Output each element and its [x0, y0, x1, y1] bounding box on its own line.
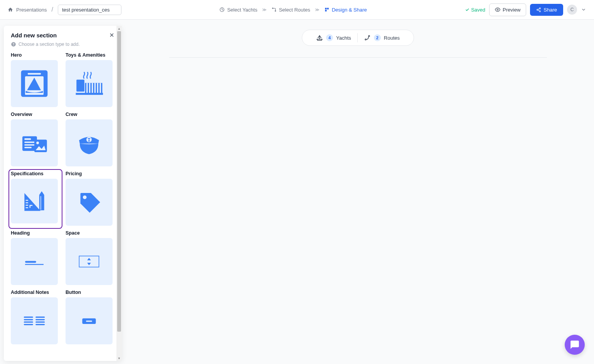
- overview-thumb: [11, 119, 58, 166]
- svg-rect-18: [89, 83, 90, 93]
- section-hero[interactable]: Hero: [11, 52, 60, 107]
- section-label: Specifications: [11, 171, 60, 176]
- captain-hat-icon: [72, 126, 106, 159]
- scroll-up-icon[interactable]: ▲: [116, 26, 122, 31]
- summary-pills: 4 Yachts 2 Routes: [302, 30, 414, 46]
- section-label: Overview: [11, 112, 60, 117]
- svg-rect-15: [76, 80, 84, 92]
- price-tag-icon: [74, 187, 104, 218]
- section-crew[interactable]: Crew: [66, 112, 115, 166]
- svg-point-7: [539, 8, 540, 9]
- svg-point-53: [369, 35, 370, 37]
- preview-button[interactable]: Preview: [489, 3, 526, 16]
- svg-point-1: [272, 8, 273, 8]
- svg-rect-26: [24, 142, 35, 143]
- routes-label: Routes: [384, 35, 400, 41]
- section-additional-notes[interactable]: Additional Notes: [11, 290, 60, 344]
- scroll-thumb[interactable]: [117, 31, 121, 332]
- add-section-panel: Add new section ? Choose a section type …: [4, 26, 122, 361]
- section-label: Toys & Amenities: [66, 52, 115, 58]
- toys-thumb: [66, 60, 113, 107]
- chevron-down-icon[interactable]: [581, 7, 586, 12]
- pill-routes[interactable]: 2 Routes: [358, 34, 406, 41]
- avatar[interactable]: C: [567, 5, 577, 15]
- step-label: Design & Share: [332, 7, 367, 13]
- section-specifications[interactable]: Specifications: [8, 169, 62, 229]
- step-select-routes[interactable]: Select Routes: [271, 7, 310, 13]
- hot-tub-icon: [72, 67, 106, 100]
- saved-status: Saved: [465, 7, 485, 13]
- specs-thumb: [11, 179, 58, 223]
- svg-rect-29: [34, 139, 47, 152]
- section-label: Hero: [11, 52, 60, 58]
- svg-rect-41: [79, 256, 99, 267]
- presentation-title-input[interactable]: [58, 5, 121, 15]
- yacht-icon: [219, 7, 225, 12]
- svg-rect-3: [325, 8, 326, 9]
- crew-thumb: [66, 119, 113, 166]
- section-label: Space: [66, 230, 115, 236]
- heading-line-icon: [19, 246, 50, 277]
- notes-thumb: [11, 297, 58, 344]
- svg-rect-39: [25, 261, 36, 263]
- close-icon[interactable]: [109, 32, 115, 38]
- svg-rect-48: [35, 322, 45, 323]
- section-pricing[interactable]: Pricing: [66, 171, 115, 226]
- svg-rect-5: [325, 10, 326, 12]
- pill-yachts[interactable]: 4 Yachts: [310, 34, 357, 41]
- space-thumb: [66, 238, 113, 285]
- svg-rect-47: [35, 319, 45, 320]
- pricing-thumb: [66, 179, 113, 226]
- svg-rect-23: [76, 93, 103, 95]
- svg-rect-19: [92, 83, 93, 93]
- main-canvas: Add new section ? Choose a section type …: [0, 20, 594, 364]
- svg-rect-35: [26, 207, 28, 208]
- help-icon: ?: [11, 42, 16, 47]
- step-select-yachts[interactable]: Select Yachts: [219, 7, 257, 13]
- svg-rect-36: [39, 195, 44, 210]
- ruler-pencil-icon: [19, 186, 50, 216]
- section-toys-amenities[interactable]: Toys & Amenities: [66, 52, 115, 107]
- breadcrumb-home[interactable]: Presentations: [16, 7, 47, 13]
- canvas-divider: [169, 57, 547, 58]
- section-button[interactable]: Button: [66, 290, 115, 344]
- top-header: Presentations / Select Yachts ≫ Select R…: [0, 0, 594, 20]
- svg-rect-44: [24, 322, 33, 323]
- route-pill-icon: [364, 34, 371, 41]
- breadcrumb: Presentations /: [8, 5, 121, 15]
- preview-label: Preview: [503, 7, 520, 13]
- panel-scrollbar[interactable]: ▲ ▼: [116, 26, 122, 361]
- home-icon: [8, 7, 13, 12]
- svg-rect-49: [35, 324, 45, 325]
- svg-rect-46: [35, 317, 45, 318]
- section-overview[interactable]: Overview: [11, 112, 60, 166]
- step-design-share[interactable]: Design & Share: [324, 7, 367, 13]
- svg-rect-37: [40, 196, 41, 210]
- share-label: Share: [544, 7, 557, 13]
- yachts-label: Yachts: [336, 35, 351, 41]
- chat-icon: [570, 340, 580, 350]
- step-label: Select Routes: [279, 7, 310, 13]
- space-block-icon: [74, 246, 104, 277]
- route-icon: [271, 7, 277, 12]
- svg-rect-4: [327, 8, 328, 9]
- share-icon: [536, 7, 541, 12]
- section-space[interactable]: Space: [66, 230, 115, 285]
- yacht-pill-icon: [316, 34, 323, 41]
- section-label: Heading: [11, 230, 60, 236]
- sections-grid: Hero Toys & Amenities Overview Crew: [4, 52, 122, 361]
- svg-text:?: ?: [13, 43, 15, 46]
- step-chevron-icon: ≫: [262, 7, 267, 12]
- canvas-area: 4 Yachts 2 Routes: [130, 26, 586, 361]
- chat-widget-button[interactable]: [565, 335, 585, 355]
- svg-rect-34: [26, 205, 28, 206]
- notes-columns-icon: [19, 305, 50, 336]
- scroll-down-icon[interactable]: ▼: [116, 356, 122, 361]
- svg-rect-21: [97, 83, 98, 93]
- section-heading[interactable]: Heading: [11, 230, 60, 285]
- section-label: Crew: [66, 112, 115, 117]
- panel-title: Add new section: [11, 32, 57, 39]
- section-label: Additional Notes: [11, 290, 60, 295]
- svg-point-30: [36, 142, 39, 144]
- share-button[interactable]: Share: [530, 4, 563, 16]
